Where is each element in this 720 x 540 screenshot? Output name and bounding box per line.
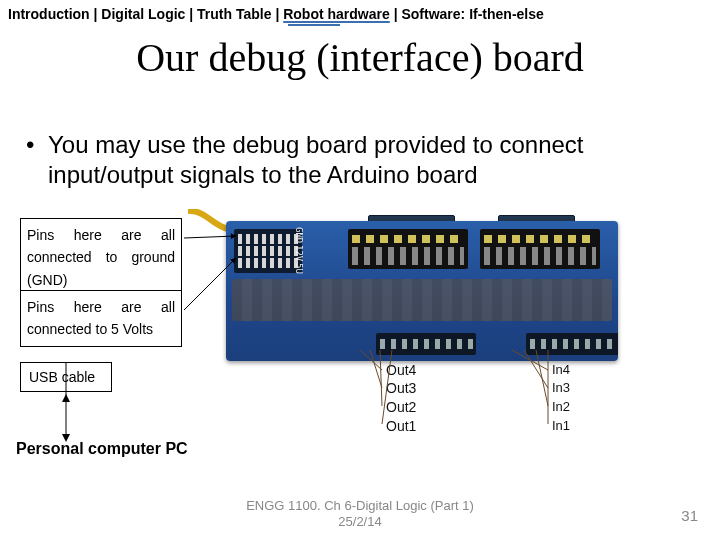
bullet-text: • You may use the debug board provided t… [48, 130, 668, 190]
footer-line-1: ENGG 1100. Ch 6-Digital Logic (Part 1) [0, 498, 720, 514]
annotation-5v: Pins here are all connected to 5 Volts [20, 290, 182, 347]
annotation-gnd: Pins here are all connected to ground (G… [20, 218, 182, 297]
input-pin-header [526, 333, 618, 355]
breadcrumb-underline-bridge [288, 24, 340, 26]
gnd-5v-pin-block [234, 229, 302, 273]
breadcrumb-part-1: Digital Logic [101, 6, 185, 22]
board-pcb: GND 12V 5U [226, 221, 618, 361]
pc-label: Personal computer PC [16, 440, 188, 458]
page-number: 31 [681, 507, 698, 524]
footer: ENGG 1100. Ch 6-Digital Logic (Part 1) 2… [0, 498, 720, 531]
footer-line-2: 25/2/14 [0, 514, 720, 530]
output-pin-header [376, 333, 476, 355]
page-title: Our debug (interface) board [0, 34, 720, 81]
output-led-strip [348, 229, 468, 269]
breadcrumb-part-3: Robot hardware [283, 6, 390, 22]
breadcrumb-part-0: Introduction [8, 6, 90, 22]
silk-12v: 12V [294, 245, 304, 261]
breadcrumb-part-2: Truth Table [197, 6, 271, 22]
silk-5v: 5U [294, 263, 304, 274]
bullet-content: You may use the debug board provided to … [48, 131, 584, 188]
silk-gnd: GND [294, 227, 304, 243]
breadcrumb-part-4: Software: If-then-else [401, 6, 543, 22]
slide: Introduction | Digital Logic | Truth Tab… [0, 0, 720, 540]
annotation-usb: USB cable [20, 362, 112, 392]
breadcrumb: Introduction | Digital Logic | Truth Tab… [8, 6, 544, 22]
breadcrumb-sep: | [189, 6, 197, 22]
input-led-strip [480, 229, 600, 269]
board-image: GND 12V 5U [198, 215, 628, 433]
bullet-marker: • [26, 130, 34, 160]
